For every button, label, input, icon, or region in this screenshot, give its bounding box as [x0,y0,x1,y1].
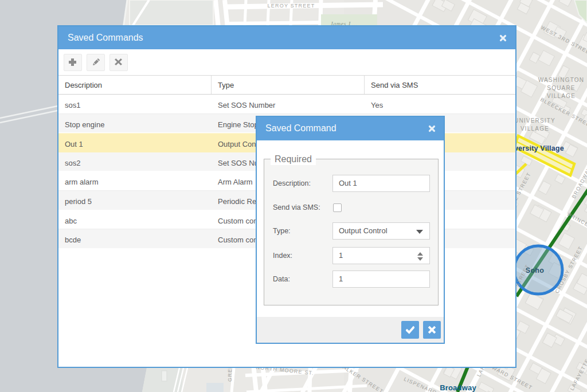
svg-text:VILLAGE: VILLAGE [521,126,549,132]
svg-text:SQUARE: SQUARE [547,85,575,91]
svg-text:UNIVERSITY: UNIVERSITY [514,117,555,124]
svg-text:WASHINGTON: WASHINGTON [538,77,584,83]
svg-text:LEROY STREET: LEROY STREET [268,3,315,9]
svg-text:VILLAGE: VILLAGE [547,93,576,99]
svg-text:Broadway: Broadway [440,383,476,392]
